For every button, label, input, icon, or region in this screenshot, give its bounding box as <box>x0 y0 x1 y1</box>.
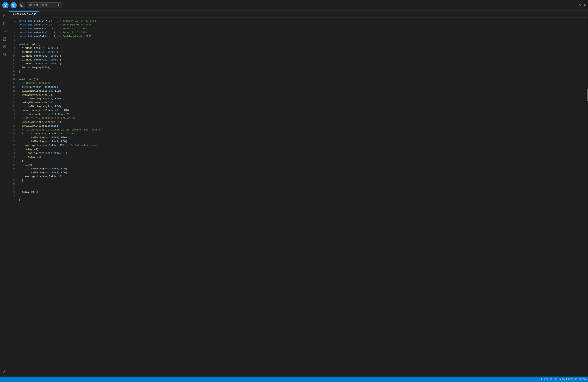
line-number: 8 <box>9 46 19 50</box>
sidebar-item-sketchbook[interactable] <box>1 20 8 27</box>
code-line: 18 long duration, distance; <box>9 85 586 89</box>
main-layout: sketch_nov28a.ino ··· 1const int trigPin… <box>0 11 588 377</box>
tab-bar: sketch_nov28a.ino ··· <box>9 11 588 18</box>
board-select-dropdown[interactable]: Select Board ▼ <box>27 2 62 8</box>
line-number: 14 <box>9 70 19 74</box>
serial-plotter-icon[interactable]: ∿ <box>578 3 581 7</box>
line-content: duration = pulseIn(echoPin, HIGH); <box>19 108 583 112</box>
line-number: 32 <box>9 140 19 144</box>
line-number: 20 <box>9 93 19 97</box>
sidebar-item-debug[interactable] <box>1 43 8 50</box>
line-number: 30 <box>9 132 19 136</box>
code-line: 4const int motorPin2 = 11; // Input 2 of… <box>9 31 586 35</box>
line-content: pinMode(echoPin, INPUT); <box>19 50 583 54</box>
no-board-label: No board selected <box>562 378 586 381</box>
code-line: 44 <box>9 186 586 190</box>
line-number: 28 <box>9 124 19 128</box>
line-number: 24 <box>9 108 19 112</box>
line-content: void loop() { <box>19 77 583 81</box>
line-content: // Measure distance <box>19 81 583 85</box>
line-number: 45 <box>9 190 19 194</box>
line-content: const int echoPin = 3; // Echo pin of HC… <box>19 23 583 27</box>
code-line: 10 pinMode(motorPin1, OUTPUT); <box>9 54 586 58</box>
line-number: 46 <box>9 194 19 198</box>
svg-rect-18 <box>3 37 6 41</box>
line-number: 39 <box>9 167 19 171</box>
code-line: 35 analogWrite(enablePin, 0); <box>9 151 586 155</box>
code-line: 13 Serial.begin(9600); <box>9 66 586 70</box>
no-board-status[interactable]: ✕ No board selected <box>560 378 586 381</box>
code-line: 21 digitalWrite(trigPin, HIGH); <box>9 97 586 101</box>
code-line: 5const int enablePin = 12; // Enable pin… <box>9 35 586 39</box>
line-content: const int motorPin1 = 8; // Input 1 of L… <box>19 27 583 31</box>
svg-rect-9 <box>3 22 6 25</box>
line-number: 7 <box>9 42 19 46</box>
svg-point-22 <box>4 46 5 47</box>
line-number: 29 <box>9 128 19 132</box>
code-line: 41 analogWrite(enablePin, 0); <box>9 175 586 179</box>
line-number: 47 <box>9 198 19 202</box>
code-line: 33 analogWrite(enablePin, 155); // Set m… <box>9 144 586 148</box>
line-content: digitalWrite(motorPin1, LOW); <box>19 167 583 171</box>
code-line: 29 // If an object is within 20 cm, turn… <box>9 128 586 132</box>
line-number: 12 <box>9 62 19 66</box>
line-number: 2 <box>9 23 19 27</box>
code-line: 6 <box>9 39 586 42</box>
code-line: 17 // Measure distance <box>9 81 586 85</box>
line-number: 21 <box>9 97 19 101</box>
code-line: 36 delay(2); <box>9 155 586 159</box>
sidebar-item-board[interactable] <box>1 28 8 35</box>
line-content: digitalWrite(trigPin, HIGH); <box>19 97 583 101</box>
code-line: 2const int echoPin = 3; // Echo pin of H… <box>9 23 586 27</box>
debug-button[interactable] <box>19 2 25 8</box>
code-editor[interactable]: 1const int trigPin = 2; // Trigger pin o… <box>9 18 586 377</box>
line-content: pinMode(motorPin2, OUTPUT); <box>19 58 583 62</box>
svg-marker-4 <box>21 5 22 6</box>
line-number: 35 <box>9 151 19 155</box>
code-line: 7void setup() { <box>9 42 586 46</box>
sidebar-item-account[interactable] <box>1 368 8 375</box>
code-line: 46 <box>9 194 586 198</box>
line-number: 34 <box>9 148 19 151</box>
line-number: 18 <box>9 85 19 89</box>
upload-button[interactable] <box>10 2 17 8</box>
status-bar: Ln 47, Col 2 ✕ No board selected <box>0 377 588 382</box>
sidebar-item-plotter[interactable] <box>1 35 8 42</box>
verify-button[interactable] <box>2 2 9 8</box>
line-content: analogWrite(enablePin, 0); <box>19 175 583 179</box>
line-content: Serial.println(distance); <box>19 124 583 128</box>
code-line: 28 Serial.println(distance); <box>9 124 586 128</box>
serial-monitor-icon[interactable]: ⊙ <box>584 3 586 7</box>
line-number: 23 <box>9 105 19 108</box>
status-bar-right: Ln 47, Col 2 ✕ No board selected <box>540 378 586 381</box>
sidebar-item-files[interactable] <box>1 12 8 19</box>
line-content: analogWrite(enablePin, 0); <box>19 151 583 155</box>
line-number: 17 <box>9 81 19 85</box>
code-line: 32 digitalWrite(motorPin2, LOW); <box>9 140 586 144</box>
line-number: 38 <box>9 163 19 167</box>
line-content: pinMode(enablePin, OUTPUT); <box>19 62 583 66</box>
line-content: } <box>19 70 583 74</box>
line-number: 26 <box>9 116 19 120</box>
left-sidebar <box>0 11 9 377</box>
sidebar-item-search[interactable] <box>1 51 8 58</box>
line-content: } <box>19 179 583 182</box>
line-content: const int motorPin2 = 11; // Input 2 of … <box>19 31 583 35</box>
line-number: 3 <box>9 27 19 31</box>
line-number: 31 <box>9 136 19 140</box>
code-line: 12 pinMode(enablePin, OUTPUT); <box>9 62 586 66</box>
line-content: distance = duration * 0.034 / 2; <box>19 112 583 116</box>
line-number: 41 <box>9 175 19 179</box>
svg-line-24 <box>5 55 6 56</box>
line-number: 43 <box>9 182 19 186</box>
tab-more[interactable]: ··· <box>579 12 588 15</box>
line-number: 15 <box>9 74 19 77</box>
line-content: Serial.print("Distance: "); <box>19 120 583 124</box>
right-scrollbar[interactable] <box>586 18 588 377</box>
code-line: 25 distance = duration * 0.034 / 2; <box>9 112 586 116</box>
line-content: digitalWrite(motorPin2, LOW); <box>19 171 583 175</box>
code-line: 19 digitalWrite(trigPin, LOW); <box>9 89 586 93</box>
line-number: 40 <box>9 171 19 175</box>
tab-sketch[interactable]: sketch_nov28a.ino <box>9 11 40 17</box>
line-number: 16 <box>9 77 19 81</box>
